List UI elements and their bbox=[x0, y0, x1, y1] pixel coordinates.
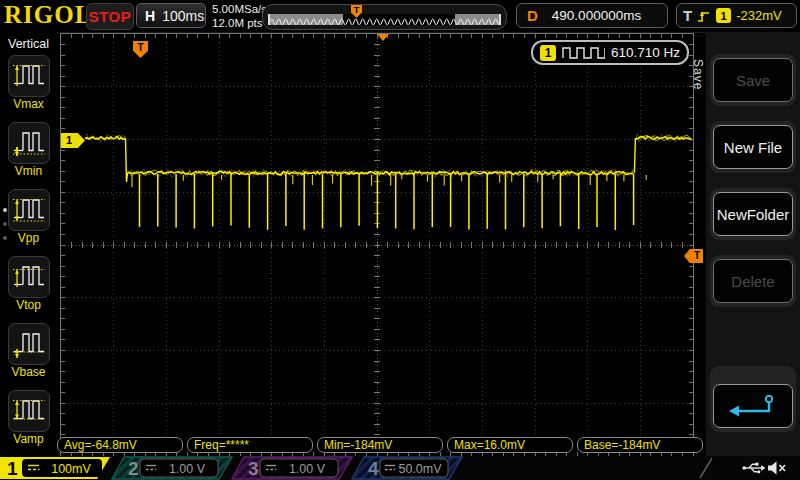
vtop-icon bbox=[12, 262, 46, 292]
delay-value: 490.000000ms bbox=[552, 8, 641, 23]
channel-2-number: 2 bbox=[128, 458, 139, 479]
oscilloscope-screen: RIGOL STOP H 100ms 5.00MSa/s 12.0M pts T… bbox=[0, 0, 800, 480]
sample-rate: 5.00MSa/s bbox=[212, 2, 267, 16]
delay-label: D bbox=[527, 7, 538, 24]
horizontal-timebase-box[interactable]: H 100ms bbox=[136, 3, 206, 28]
menu-item-label: Vamp bbox=[0, 432, 57, 446]
rigol-logo: RIGOL bbox=[4, 1, 92, 29]
new-file-button[interactable]: New File bbox=[713, 125, 793, 169]
trigger-label: T bbox=[683, 7, 692, 24]
counter-channel-badge: 1 bbox=[540, 45, 556, 61]
timebase-value: 100ms bbox=[162, 8, 204, 24]
left-menu-title: Vertical bbox=[0, 32, 57, 55]
memory-waveform-squiggle bbox=[270, 14, 499, 25]
right-menu-tab-title: Save bbox=[691, 40, 705, 110]
menu-item-vmin[interactable]: Vmin bbox=[0, 122, 57, 178]
channel-4-flag[interactable]: 4 50.0mV bbox=[352, 457, 462, 479]
measurement-freq[interactable]: Freq=***** bbox=[187, 437, 313, 453]
channel-3-scale: 1.00 V bbox=[289, 462, 326, 476]
vamp-icon bbox=[12, 396, 46, 426]
waveform-display-area bbox=[60, 33, 694, 457]
menu-item-vtop[interactable]: Vtop bbox=[0, 256, 57, 312]
top-status-bar: RIGOL STOP H 100ms 5.00MSa/s 12.0M pts T… bbox=[0, 0, 800, 33]
channel-1-number: 1 bbox=[7, 458, 18, 479]
horizontal-center-marker-icon bbox=[377, 34, 389, 41]
ch1-waveform bbox=[61, 34, 693, 456]
horizontal-label: H bbox=[145, 8, 155, 24]
channel-status-bar: 1 100mV 2 1.00 V bbox=[0, 456, 800, 480]
menu-item-label: Vtop bbox=[0, 298, 57, 312]
measurement-min[interactable]: Min=-184mV bbox=[317, 437, 443, 453]
back-button[interactable] bbox=[713, 384, 793, 428]
channel-3-number: 3 bbox=[248, 458, 259, 479]
channel-4-number: 4 bbox=[368, 458, 379, 479]
vmax-icon bbox=[12, 61, 46, 91]
delete-button-well: Delete bbox=[710, 255, 796, 307]
menu-item-label: Vmin bbox=[0, 164, 57, 178]
speaker-muted-icon bbox=[768, 462, 785, 475]
vbase-icon bbox=[12, 329, 46, 359]
save-button[interactable]: Save bbox=[713, 58, 793, 102]
return-arrow-icon bbox=[725, 393, 781, 419]
channel-2-scale: 1.00 V bbox=[169, 462, 206, 476]
frequency-counter-badge: 1 610.710 Hz bbox=[531, 40, 689, 65]
new-file-button-well: New File bbox=[710, 121, 796, 173]
vmin-icon bbox=[12, 128, 46, 158]
menu-page-indicator bbox=[3, 208, 7, 240]
measurement-avg[interactable]: Avg=-64.8mV bbox=[57, 437, 183, 453]
measurement-max[interactable]: Max=16.0mV bbox=[447, 437, 573, 453]
usb-icon bbox=[742, 463, 765, 474]
menu-item-label: Vpp bbox=[0, 231, 57, 245]
acquisition-info: 5.00MSa/s 12.0M pts bbox=[212, 2, 267, 30]
back-button-well bbox=[710, 366, 796, 432]
menu-item-vbase[interactable]: Vbase bbox=[0, 323, 57, 379]
save-button-well: Save bbox=[710, 54, 796, 106]
counter-frequency-value: 610.710 Hz bbox=[611, 45, 680, 60]
left-measure-menu: Vertical Vmax Vmin Vpp Vtop Vbase Vamp bbox=[0, 32, 57, 456]
new-folder-button-well: NewFolder bbox=[710, 188, 796, 240]
delete-button[interactable]: Delete bbox=[713, 259, 793, 303]
right-soft-menu: Save New File NewFolder Delete bbox=[706, 32, 800, 456]
trigger-box[interactable]: T 1 -232mV bbox=[676, 3, 797, 28]
channel-4-scale: 50.0mV bbox=[398, 462, 442, 476]
channel-flags: 1 100mV 2 1.00 V bbox=[0, 456, 800, 480]
trigger-level-value: -232mV bbox=[736, 8, 782, 23]
menu-item-vmax[interactable]: Vmax bbox=[0, 55, 57, 111]
memory-waveform-strip bbox=[268, 14, 501, 25]
memory-depth: 12.0M pts bbox=[212, 16, 267, 30]
channel-3-flag[interactable]: 3 1.00 V bbox=[232, 457, 352, 479]
channel-1-flag[interactable]: 1 100mV bbox=[0, 457, 110, 479]
square-wave-icon bbox=[562, 45, 605, 60]
status-separator bbox=[700, 458, 712, 478]
menu-item-label: Vmax bbox=[0, 97, 57, 111]
menu-item-label: Vbase bbox=[0, 365, 57, 379]
run-state-button[interactable]: STOP bbox=[86, 3, 134, 30]
measurement-base[interactable]: Base=-184mV bbox=[577, 437, 703, 453]
memory-position-bar[interactable]: T bbox=[262, 4, 507, 30]
new-folder-button[interactable]: NewFolder bbox=[713, 192, 793, 236]
channel-2-flag[interactable]: 2 1.00 V bbox=[112, 457, 232, 479]
channel-1-scale: 100mV bbox=[51, 462, 91, 476]
vpp-icon bbox=[12, 195, 46, 225]
trigger-source-badge: 1 bbox=[716, 8, 731, 23]
delay-box[interactable]: D 490.000000ms bbox=[516, 3, 668, 28]
menu-item-vpp[interactable]: Vpp bbox=[0, 189, 57, 245]
menu-item-vamp[interactable]: Vamp bbox=[0, 390, 57, 446]
rising-edge-icon bbox=[697, 8, 711, 24]
